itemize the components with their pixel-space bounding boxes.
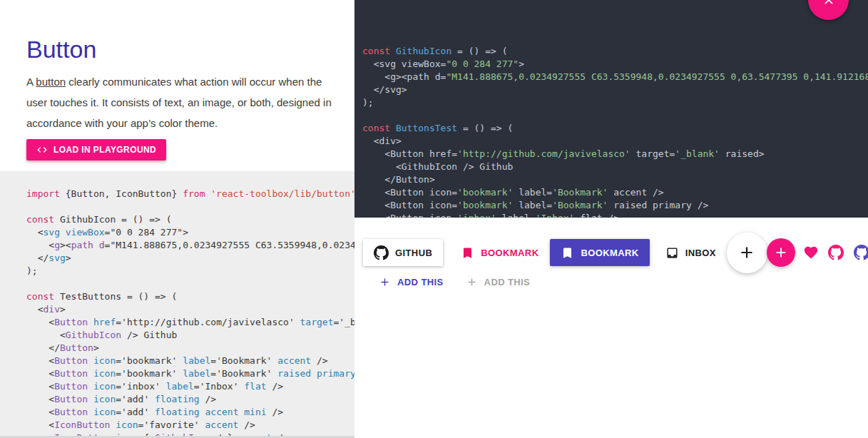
code-line: <Button icon='bookmark' label='Bookmark'… [26, 355, 354, 367]
inbox-button-label: INBOX [685, 248, 716, 258]
code-line: import {Button, IconButton} from 'react-… [26, 188, 354, 200]
github-octocat-icon [374, 245, 389, 260]
bookmark-accent-label: BOOKMARK [481, 248, 538, 258]
code-line: <Button icon='bookmark' label='Bookmark'… [362, 186, 868, 199]
code-line: const TestButtons = () => ( [26, 290, 354, 303]
code-line: <Button icon='add' floating accent mini … [26, 406, 354, 419]
code-line [362, 109, 868, 122]
code-line: const GithubIcon = () => ( [362, 45, 868, 58]
add-icon [773, 245, 789, 260]
code-line: <GithubIcon /> Github [362, 161, 868, 173]
code-line: <svg viewBox="0 0 284 277"> [362, 58, 868, 71]
github-raised-button[interactable]: GITHUB [363, 239, 443, 266]
code-line: ); [26, 265, 354, 277]
code-line: <div> [26, 303, 354, 316]
buttons-row: GITHUB BOOKMARK BOOKMARK INBOX [363, 239, 868, 266]
code-line: const GithubIcon = () => ( [26, 213, 354, 226]
description-text: clearly communicates what action will oc… [26, 76, 332, 129]
favorite-icon-button[interactable] [803, 245, 819, 260]
code-line: <Button icon='inbox' label='Inbox' flat … [26, 380, 354, 393]
bookmark-icon [461, 246, 474, 260]
github-accent-icon-button[interactable] [828, 245, 844, 260]
code-line: <svg viewBox="0 0 284 277"> [26, 226, 354, 239]
add-icon [466, 276, 478, 288]
code-line: <IconButton icon='favorite' accent /> [26, 419, 354, 432]
code-line: <div> [362, 135, 868, 148]
floating-add-accent-mini-button[interactable] [767, 238, 795, 267]
code-line: <Button href='http://github.com/javivela… [26, 316, 354, 329]
live-code-editor[interactable]: const GithubIcon = () => ( <svg viewBox=… [354, 0, 868, 218]
inbox-icon [665, 246, 679, 260]
bookmark-accent-flat-button[interactable]: BOOKMARK [451, 239, 548, 266]
code-line: </Button> [362, 173, 868, 186]
close-icon [822, 0, 836, 7]
add-this-primary-label: ADD THIS [397, 277, 444, 287]
example-code-block: import {Button, IconButton} from 'react-… [0, 171, 354, 438]
docs-panel: Button A button clearly communicates wha… [0, 0, 354, 438]
code-line: <Button icon='inbox' label='Inbox' flat … [362, 212, 868, 218]
bookmark-icon [561, 246, 574, 260]
code-line: <Button icon='bookmark' label='Bookmark'… [362, 199, 868, 212]
code-line: ); [362, 96, 868, 109]
add-icon [737, 243, 756, 262]
code-line: <Button href='http://github.com/javivela… [362, 148, 868, 161]
preview-area: GITHUB BOOKMARK BOOKMARK INBOX [354, 218, 868, 438]
load-in-playground-button[interactable]: LOAD IN PLAYGROUND [26, 139, 166, 161]
code-line: </svg> [26, 252, 354, 265]
code-line: <Button icon='add' floating /> [26, 393, 354, 406]
code-line: <Button icon='bookmark' label='Bookmark'… [26, 367, 354, 380]
react-toolbox-docs-page: Button A button clearly communicates wha… [0, 0, 868, 438]
code-icon [36, 144, 48, 156]
github-primary-icon-button[interactable] [854, 245, 868, 260]
code-line: <g><path d="M141.888675,0.0234927555 C63… [362, 71, 868, 83]
code-line: </Button> [26, 342, 354, 355]
code-line [26, 200, 354, 213]
intro-section: Button A button clearly communicates wha… [0, 0, 354, 171]
github-button-label: GITHUB [395, 248, 432, 258]
component-description: A button clearly communicates what actio… [26, 71, 335, 133]
playground-button-label: LOAD IN PLAYGROUND [53, 145, 156, 155]
add-this-disabled-label: ADD THIS [484, 277, 531, 287]
bookmark-primary-label: BOOKMARK [581, 248, 638, 258]
github-octocat-icon [854, 245, 868, 260]
page-title: Button [26, 36, 96, 63]
code-line: <IconButton icon={<GithubIcon />} accent… [26, 432, 354, 438]
add-this-button-disabled[interactable]: ADD THIS [466, 276, 531, 288]
add-this-button-primary[interactable]: ADD THIS [379, 276, 444, 288]
code-line: const ButtonsTest = () => ( [362, 122, 868, 135]
description-text: A [26, 76, 36, 88]
close-editor-button[interactable] [808, 0, 849, 20]
bookmark-primary-raised-button[interactable]: BOOKMARK [550, 239, 649, 266]
code-line: <GithubIcon /> Github [26, 329, 354, 342]
button-link[interactable]: button [36, 76, 66, 88]
floating-add-button[interactable] [727, 233, 767, 273]
add-icon [379, 276, 391, 288]
add-this-row: ADD THIS ADD THIS [379, 276, 530, 288]
inbox-flat-button[interactable]: INBOX [656, 239, 725, 266]
code-line: </svg> [362, 83, 868, 96]
github-octocat-icon [828, 245, 844, 260]
heart-icon [803, 245, 819, 260]
code-line [26, 277, 354, 290]
code-line: <g><path d="M141.888675,0.0234927555 C63… [26, 239, 354, 252]
